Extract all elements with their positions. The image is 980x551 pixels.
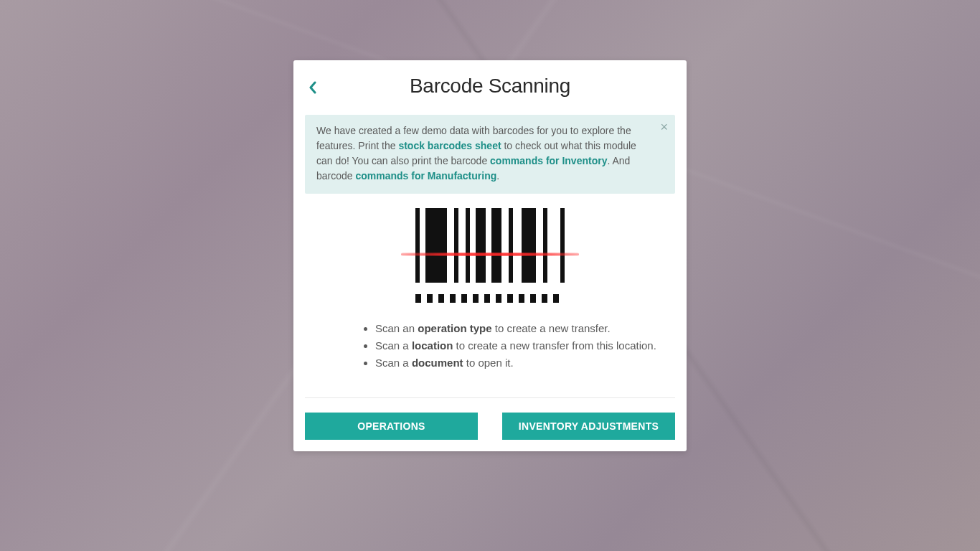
svg-rect-5: [491, 208, 501, 283]
commands-inventory-link[interactable]: commands for Inventory: [490, 155, 607, 166]
svg-rect-9: [560, 208, 565, 283]
chevron-left-icon: [308, 81, 318, 94]
svg-rect-2: [454, 208, 458, 283]
stock-barcodes-link[interactable]: stock barcodes sheet: [398, 140, 501, 151]
svg-rect-13: [450, 294, 456, 303]
alert-text-segment: .: [496, 170, 499, 182]
svg-rect-15: [473, 294, 479, 303]
svg-rect-7: [522, 208, 536, 283]
svg-rect-21: [542, 294, 547, 303]
action-buttons: OPERATIONS INVENTORY ADJUSTMENTS: [305, 413, 675, 440]
inventory-adjustments-button[interactable]: INVENTORY ADJUSTMENTS: [502, 413, 675, 440]
barcode-scan-line: [401, 253, 579, 256]
list-text: Scan an: [375, 322, 418, 334]
close-icon: ×: [660, 120, 668, 134]
list-text: Scan a: [375, 339, 412, 352]
svg-rect-11: [427, 294, 433, 303]
svg-rect-14: [461, 294, 467, 303]
svg-rect-8: [543, 208, 547, 283]
svg-rect-18: [507, 294, 513, 303]
alert-close-button[interactable]: ×: [660, 121, 668, 133]
list-text: to create a new transfer.: [492, 322, 611, 334]
svg-rect-16: [484, 294, 490, 303]
card-header: Barcode Scanning: [305, 72, 675, 103]
list-item: Scan a document to open it.: [375, 354, 675, 372]
page-title: Barcode Scanning: [410, 75, 570, 98]
svg-rect-22: [553, 294, 559, 303]
barcode-scanning-card: Barcode Scanning × We have created a few…: [293, 60, 687, 451]
back-button[interactable]: [305, 78, 321, 97]
svg-rect-6: [509, 208, 513, 283]
list-text: Scan a: [375, 357, 412, 369]
list-bold: document: [412, 357, 463, 369]
svg-rect-10: [415, 294, 421, 303]
list-item: Scan a location to create a new transfer…: [375, 337, 675, 354]
barcode-image: [415, 208, 565, 303]
info-alert: × We have created a few demo data with b…: [305, 115, 675, 194]
svg-rect-0: [415, 208, 420, 283]
list-text: to create a new transfer from this locat…: [453, 339, 656, 352]
alert-message: We have created a few demo data with bar…: [316, 123, 649, 184]
list-text: to open it.: [463, 357, 514, 369]
barcode-illustration: [305, 208, 675, 303]
svg-rect-3: [466, 208, 470, 283]
svg-rect-20: [530, 294, 536, 303]
svg-rect-17: [496, 294, 501, 303]
svg-rect-12: [438, 294, 444, 303]
svg-rect-1: [425, 208, 447, 283]
list-bold: location: [412, 339, 453, 352]
operations-button[interactable]: OPERATIONS: [305, 413, 478, 440]
list-item: Scan an operation type to create a new t…: [375, 320, 675, 337]
instructions-list: Scan an operation type to create a new t…: [305, 320, 675, 372]
svg-rect-19: [519, 294, 524, 303]
commands-manufacturing-link[interactable]: commands for Manufacturing: [355, 170, 496, 182]
list-bold: operation type: [418, 322, 491, 334]
divider: [305, 397, 675, 398]
svg-rect-4: [476, 208, 486, 283]
